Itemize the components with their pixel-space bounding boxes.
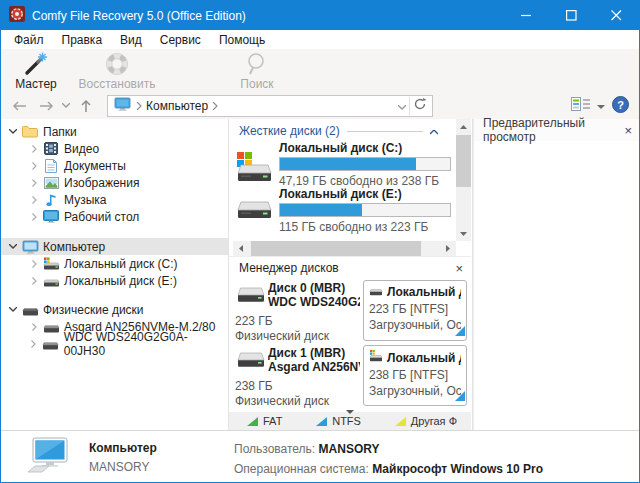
view-mode-dropdown-icon[interactable] [597,99,605,113]
tree-label: Локальный диск (C:) [64,257,178,271]
horizontal-scrollbar[interactable] [233,241,456,256]
chevron-collapsed-icon[interactable] [26,260,42,268]
search-icon [244,51,270,77]
tree-node-pictures[interactable]: Изображения [1,174,228,191]
physical-drive-icon [21,304,39,316]
tree-node-music[interactable]: Музыка [1,191,228,208]
partition-box[interactable]: Локальный диск ( 238 ГБ [NTFS] Загрузочн… [363,345,467,406]
menu-edit[interactable]: Правка [53,33,112,47]
statusbar-os-label: Операционная система: [234,462,369,476]
up-icon[interactable] [73,94,99,118]
chevron-collapsed-icon[interactable] [26,196,42,204]
help-icon[interactable]: ? [612,96,629,116]
chevron-collapsed-icon[interactable] [26,162,42,170]
tree-node-video[interactable]: Видео [1,140,228,157]
tree-node-desktop[interactable]: Рабочий стол [1,208,228,225]
vertical-scrollbar[interactable] [456,119,471,241]
ntfs-triangle-icon [316,417,327,426]
app-window: Comfy File Recovery 5.0 (Office Edition)… [0,0,640,483]
menu-view[interactable]: Вид [111,33,151,47]
scrollbar-thumb[interactable] [251,241,421,256]
maximize-button[interactable] [549,1,594,30]
search-button[interactable]: Поиск [209,49,305,92]
section-collapse-icon[interactable] [430,124,438,138]
drive-item-e[interactable]: Локальный диск (E:) 115 ГБ свободно из 2… [229,187,455,234]
disk-model: WDC WDS240G2G0A [268,295,360,309]
tree-node-physical-disks[interactable]: Физические диски [1,301,228,318]
view-mode-icon[interactable] [571,97,590,114]
menu-service[interactable]: Сервис [151,33,210,47]
disk-row-0[interactable]: Диск 0 (MBR) WDC WDS240G2G0A 223 ГБ Физи… [229,279,471,344]
wizard-button[interactable]: Мастер [5,49,67,92]
physical-drive-icon [42,321,60,333]
refresh-icon[interactable] [413,97,427,114]
history-dropdown-icon[interactable] [59,94,73,118]
breadcrumb-location[interactable]: Компьютер [146,99,208,113]
lifebuoy-icon [104,51,130,77]
chevron-collapsed-icon[interactable] [26,213,42,221]
preview-title: Предварительный просмотр [483,116,624,144]
disk-title: Диск 0 (MBR) [268,281,360,295]
ntfs-corner-triangle [455,325,465,339]
close-button[interactable] [594,1,639,30]
video-icon [42,142,60,155]
scroll-down-icon[interactable] [456,226,471,241]
drive-item-c[interactable]: Локальный диск (C:) 47,19 ГБ свободно из… [229,141,455,188]
disk-row-1[interactable]: Диск 1 (MBR) Asgard AN256NVMe 238 ГБ Физ… [229,344,471,409]
drive-icon [42,274,60,287]
drive-name: Локальный диск (E:) [279,187,451,201]
recover-button[interactable]: Восстановить [67,49,167,92]
computer-icon [114,97,131,114]
tree-label: Видео [64,142,99,156]
drive-icon [369,285,383,299]
tree-node-physical-wdc[interactable]: WDC WDS240G2G0A-00JH30 [1,335,228,352]
partition-box[interactable]: Локальный диск ( 223 ГБ [NTFS] Загрузочн… [363,280,467,341]
close-icon[interactable]: × [455,261,463,276]
chevron-expanded-icon[interactable] [5,307,21,312]
disk-model: Asgard AN256NVMe [268,360,360,374]
tree-node-documents[interactable]: Документы [1,157,228,174]
chevron-collapsed-icon[interactable] [26,145,42,153]
drive-windows-icon [42,257,60,270]
menu-help[interactable]: Помощь [210,33,274,47]
scrollbar-thumb[interactable] [456,135,471,187]
chevron-collapsed-icon[interactable] [26,179,42,187]
folder-tree: Папки Видео Документы Изображения Музыка… [1,119,229,430]
minimize-button[interactable] [504,1,549,30]
chevron-expanded-icon[interactable] [5,129,21,134]
tree-label: Папки [43,125,77,139]
address-box[interactable]: Компьютер [107,95,433,117]
legend-other: Другая Ф [395,415,457,427]
tree-node-disk-c[interactable]: Локальный диск (C:) [1,255,228,272]
partition-info: 223 ГБ [NTFS] [369,302,461,316]
scroll-left-icon[interactable] [233,241,249,256]
status-bar: Компьютер MANSORY Пользователь: MANSORY … [1,430,639,483]
disk-manager-header: Менеджер дисков × [229,256,471,279]
chevron-collapsed-icon[interactable] [26,340,42,348]
tree-label: WDC WDS240G2G0A-00JH30 [64,330,228,358]
partition-info: 238 ГБ [NTFS] [369,368,461,382]
menu-file[interactable]: Файл [5,33,53,47]
splitter-chevron-icon[interactable] [344,405,356,417]
hdd-icon [235,352,267,371]
chevron-collapsed-icon[interactable] [26,277,42,285]
breadcrumb-separator-icon[interactable] [212,99,218,113]
chevron-expanded-icon[interactable] [5,244,21,249]
tree-node-disk-e[interactable]: Локальный диск (E:) [1,272,228,289]
hard-drives-header: Жесткие диски (2) [239,124,438,138]
back-icon[interactable] [7,94,33,118]
address-dropdown-icon[interactable] [398,99,406,113]
scroll-right-icon[interactable] [440,241,456,256]
tree-node-computer[interactable]: Компьютер [1,238,228,255]
chevron-collapsed-icon[interactable] [26,323,42,331]
svg-text:?: ? [617,98,624,110]
partition-name: Локальный диск ( [387,351,461,365]
scroll-up-icon[interactable] [456,119,471,134]
close-icon[interactable]: × [624,123,632,138]
drive-usage-bar [279,157,451,171]
disk-title: Диск 1 (MBR) [268,346,360,360]
tree-node-folders[interactable]: Папки [1,123,228,140]
tree-label: Локальный диск (E:) [64,274,177,288]
statusbar-user-label: Пользователь: [234,442,315,456]
forward-icon[interactable] [33,94,59,118]
